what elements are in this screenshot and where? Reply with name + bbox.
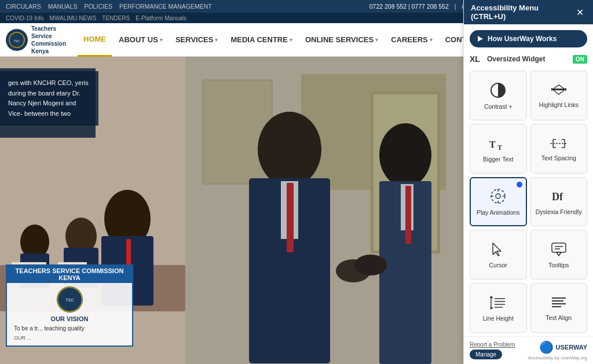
vision-board-title: OUR VISION bbox=[14, 315, 125, 322]
active-indicator bbox=[517, 182, 522, 187]
policies-link[interactable]: POLICIES bbox=[84, 3, 112, 10]
highlight-links-icon bbox=[551, 84, 567, 99]
userway-logo: 🔵 USERWAY Accessibility by UserWay.org bbox=[528, 340, 587, 361]
bigger-text-label: Bigger Text bbox=[483, 156, 513, 163]
text-spacing-button[interactable]: Text Spacing bbox=[530, 124, 588, 174]
covid-link[interactable]: COVID-19 Info bbox=[6, 15, 44, 21]
main-banner: ges with KNCHR CEO, yeris during the boa… bbox=[0, 57, 463, 364]
vision-logo-svg: TSC bbox=[57, 286, 83, 312]
highlight-links-button[interactable]: Highlight Links bbox=[530, 71, 588, 120]
circulars-link[interactable]: CIRCULARS bbox=[6, 3, 41, 10]
nav-online[interactable]: ONLINE SERVICES▾ bbox=[299, 23, 384, 57]
vision-board-header: TEACHERS SERVICE COMMISSIONKENYA bbox=[7, 266, 132, 283]
accessibility-footer: Report a Problem Manage 🔵 USERWAY Access… bbox=[464, 336, 593, 364]
vision-board-logo: TSC bbox=[57, 286, 83, 312]
dyslexia-label: Dyslexia Friendly bbox=[536, 208, 582, 215]
nav-services[interactable]: SERVICES▾ bbox=[170, 23, 224, 57]
email-separator: | bbox=[455, 3, 456, 10]
svg-point-47 bbox=[496, 194, 500, 198]
svg-text:T: T bbox=[489, 139, 496, 149]
accessibility-grid: Contrast + Highlight Links bbox=[464, 67, 593, 336]
performance-link[interactable]: PERFORMANCE MANAGEMENT bbox=[119, 3, 212, 10]
svg-text:Df: Df bbox=[552, 191, 563, 203]
oversized-widget-label: Oversized Widget bbox=[487, 57, 546, 63]
userway-icon: 🔵 bbox=[539, 340, 554, 354]
line-height-icon bbox=[490, 295, 506, 312]
manage-button[interactable]: Manage bbox=[470, 350, 502, 359]
play-animations-button[interactable]: Play Animations bbox=[470, 177, 527, 227]
contrast-icon bbox=[490, 82, 506, 101]
banner-text-overlay: ges with KNCHR CEO, yeris during the boa… bbox=[0, 71, 98, 126]
phone-number: 0722 208 552 | 0777 208 552 bbox=[369, 3, 449, 10]
text-align-button[interactable]: Text Align bbox=[530, 283, 588, 333]
line-height-button[interactable]: Line Height bbox=[470, 283, 527, 333]
text-align-icon bbox=[551, 296, 567, 312]
vision-board-text: To be a tr... teaching quality bbox=[14, 325, 125, 333]
svg-text:TSC: TSC bbox=[14, 39, 20, 43]
userway-sub: Accessibility by UserWay.org bbox=[528, 355, 587, 361]
line-height-label: Line Height bbox=[483, 315, 514, 322]
xl-badge: XL bbox=[470, 57, 480, 64]
nav-careers[interactable]: CAREERS▾ bbox=[385, 23, 438, 57]
content-row: ges with KNCHR CEO, yeris during the boa… bbox=[0, 57, 593, 364]
banner-overlay bbox=[185, 57, 463, 364]
cursor-button[interactable]: Cursor bbox=[470, 230, 527, 280]
text-align-label: Text Align bbox=[546, 314, 572, 321]
nav-about[interactable]: ABOUT US▾ bbox=[113, 23, 169, 57]
contrast-label: Contrast + bbox=[484, 103, 513, 110]
photo-area: ges with KNCHR CEO, yeris during the boa… bbox=[0, 57, 463, 364]
top-bar-left: CIRCULARS MANUALS POLICIES PERFORMANCE M… bbox=[6, 3, 212, 10]
svg-text:T: T bbox=[497, 144, 502, 151]
contrast-button[interactable]: Contrast + bbox=[470, 71, 527, 120]
play-animations-label: Play Animations bbox=[477, 209, 520, 216]
eplatform-link[interactable]: E-Platform Manuals bbox=[136, 15, 186, 21]
logo-text: Teachers Service Commission Kenya bbox=[31, 25, 66, 55]
dyslexia-icon: Df bbox=[550, 189, 568, 206]
nav-media[interactable]: MEDIA CENTRE▾ bbox=[225, 23, 298, 57]
logo-area[interactable]: TSC Teachers Service Commission Kenya bbox=[6, 25, 66, 55]
bigger-text-icon: T T bbox=[489, 136, 507, 153]
oversized-toggle[interactable]: ON bbox=[573, 57, 587, 64]
accessibility-panel: Accessibility Menu (CTRL+U) ✕ How UserWa… bbox=[463, 57, 593, 364]
cursor-label: Cursor bbox=[489, 262, 507, 269]
oversized-widget-row: XL Oversized Widget ON bbox=[464, 57, 593, 67]
text-spacing-label: Text Spacing bbox=[541, 155, 576, 161]
nav-home[interactable]: HOME bbox=[78, 23, 112, 57]
footer-left: Report a Problem Manage bbox=[470, 341, 515, 359]
tooltips-button[interactable]: Tooltips bbox=[530, 230, 588, 280]
report-problem-link[interactable]: Report a Problem bbox=[470, 341, 515, 348]
text-spacing-icon bbox=[550, 137, 568, 152]
vision-board-sub: OUR ... bbox=[14, 335, 125, 341]
play-animations-icon bbox=[490, 188, 506, 207]
tooltips-icon bbox=[551, 242, 567, 259]
manuals-link[interactable]: MANUALS bbox=[48, 3, 78, 10]
highlight-links-label: Highlight Links bbox=[539, 101, 579, 108]
svg-text:TSC: TSC bbox=[65, 298, 74, 302]
userway-brand: USERWAY bbox=[556, 344, 587, 351]
page-wrapper: CIRCULARS MANUALS POLICIES PERFORMANCE M… bbox=[0, 0, 593, 364]
svg-rect-53 bbox=[552, 243, 566, 252]
bigger-text-button[interactable]: T T Bigger Text bbox=[470, 124, 527, 174]
photo-left: ges with KNCHR CEO, yeris during the boa… bbox=[0, 57, 185, 364]
logo-circle: TSC bbox=[6, 29, 28, 51]
dyslexia-friendly-button[interactable]: Df Dyslexia Friendly bbox=[530, 177, 588, 227]
photo-right bbox=[185, 57, 463, 364]
tooltips-label: Tooltips bbox=[548, 262, 569, 269]
logo-svg: TSC bbox=[9, 32, 25, 48]
mwalimu-link[interactable]: MWALIMU NEWS bbox=[50, 15, 97, 21]
vision-board: TEACHERS SERVICE COMMISSIONKENYA TSC OUR… bbox=[6, 264, 133, 347]
cursor-icon bbox=[490, 242, 506, 259]
tenders-link[interactable]: TENDERS bbox=[102, 15, 130, 21]
